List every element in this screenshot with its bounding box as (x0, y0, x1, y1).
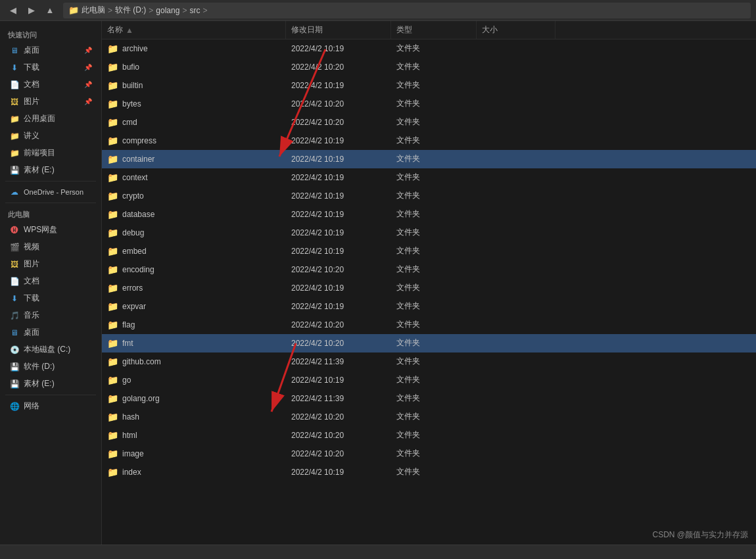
folder-icon: 📁 (107, 228, 118, 238)
sidebar-item-network[interactable]: 🌐 网络 (3, 398, 99, 414)
file-size-cell (477, 132, 555, 149)
table-row[interactable]: 📁golang.org2022/4/2 11:39文件夹 (102, 389, 756, 408)
file-name-cell: 📁compress (102, 132, 286, 149)
file-date-cell: 2022/4/2 10:19 (286, 463, 391, 481)
table-row[interactable]: 📁archive2022/4/2 10:19文件夹 (102, 39, 756, 58)
table-row[interactable]: 📁go2022/4/2 10:19文件夹 (102, 371, 756, 389)
file-name-cell: 📁debug (102, 224, 286, 241)
sidebar-item-documents[interactable]: 📄 文档 📌 (3, 76, 99, 93)
file-type-cell: 文件夹 (391, 297, 477, 315)
sidebar-item-pictures2[interactable]: 🖼 图片 (3, 256, 99, 272)
sidebar-item-downloads[interactable]: ⬇ 下载 📌 (3, 59, 99, 76)
table-row[interactable]: 📁crypto2022/4/2 10:19文件夹 (102, 187, 756, 205)
sidebar-item-drive-e[interactable]: 💾 素材 (E:) (3, 376, 99, 392)
file-date-cell: 2022/4/2 10:19 (286, 76, 391, 94)
folder-icon: 📁 (107, 191, 118, 201)
col-header-size[interactable]: 大小 (477, 21, 555, 39)
forward-button[interactable]: ▶ (24, 3, 39, 18)
table-row[interactable]: 📁index2022/4/2 10:19文件夹 (102, 463, 756, 481)
sidebar-item-materials-e[interactable]: 💾 素材 (E:) (3, 162, 99, 178)
col-header-type[interactable]: 类型 (391, 21, 477, 39)
table-row[interactable]: 📁debug2022/4/2 10:19文件夹 (102, 224, 756, 242)
file-type-cell: 文件夹 (391, 389, 477, 407)
folder-icon: 📁 (107, 467, 118, 477)
sidebar-item-desktop[interactable]: 🖥 桌面 📌 (3, 42, 99, 59)
file-date-cell: 2022/4/2 10:20 (286, 95, 391, 112)
public-desktop-icon: 📁 (9, 114, 20, 124)
file-size-cell (477, 352, 555, 370)
file-name-cell: 📁crypto (102, 187, 286, 205)
file-type-cell: 文件夹 (391, 132, 477, 149)
file-name-text: index (122, 468, 141, 477)
folder-icon: 📁 (107, 172, 118, 183)
file-size-cell (477, 426, 555, 444)
file-name-text: debug (122, 228, 144, 237)
sidebar-item-handout[interactable]: 📁 讲义 (3, 128, 99, 144)
file-name-cell: 📁html (102, 426, 286, 444)
back-button[interactable]: ◀ (5, 3, 21, 18)
pictures2-icon: 🖼 (9, 259, 20, 270)
table-row[interactable]: 📁encoding2022/4/2 10:20文件夹 (102, 260, 756, 279)
file-name-text: crypto (122, 191, 144, 201)
breadcrumb-computer: 此电脑 (82, 5, 105, 16)
table-row[interactable]: 📁github.com2022/4/2 11:39文件夹 (102, 352, 756, 371)
sidebar-item-videos[interactable]: 🎬 视频 (3, 239, 99, 255)
file-type-cell: 文件夹 (391, 352, 477, 370)
breadcrumb[interactable]: 📁 此电脑 > 软件 (D:) > golang > src > (63, 3, 751, 18)
file-name-cell: 📁index (102, 463, 286, 481)
sidebar-item-music[interactable]: 🎵 音乐 (3, 307, 99, 324)
documents2-icon: 📄 (9, 276, 20, 287)
file-size-cell (477, 445, 555, 462)
file-size-cell (477, 205, 555, 223)
file-name-text: database (122, 210, 154, 219)
sidebar-item-drive-d[interactable]: 💾 软件 (D:) (3, 358, 99, 375)
file-type-cell: 文件夹 (391, 445, 477, 462)
table-row[interactable]: 📁bytes2022/4/2 10:20文件夹 (102, 95, 756, 113)
table-row[interactable]: 📁compress2022/4/2 10:19文件夹 (102, 132, 756, 150)
file-name-cell: 📁builtin (102, 76, 286, 94)
folder-icon-breadcrumb: 📁 (68, 5, 79, 15)
file-date-cell: 2022/4/2 10:19 (286, 297, 391, 315)
file-size-cell (477, 297, 555, 315)
table-row[interactable]: 📁errors2022/4/2 10:19文件夹 (102, 279, 756, 297)
file-name-text: flag (122, 320, 135, 329)
file-name-text: archive (122, 44, 148, 53)
table-row[interactable]: 📁builtin2022/4/2 10:19文件夹 (102, 76, 756, 95)
file-name-cell: 📁golang.org (102, 389, 286, 407)
folder-icon: 📁 (107, 430, 118, 441)
sidebar-item-documents2[interactable]: 📄 文档 (3, 273, 99, 289)
sidebar-item-downloads2[interactable]: ⬇ 下载 (3, 290, 99, 306)
table-row[interactable]: 📁bufio2022/4/2 10:20文件夹 (102, 58, 756, 76)
music-icon: 🎵 (9, 310, 20, 321)
table-row[interactable]: 📁expvar2022/4/2 10:19文件夹 (102, 297, 756, 316)
sidebar-item-onedrive[interactable]: ☁ OneDrive - Person (3, 184, 99, 200)
table-row[interactable]: 📁context2022/4/2 10:19文件夹 (102, 168, 756, 187)
col-header-name[interactable]: 名称 ▲ (102, 21, 286, 39)
table-row[interactable]: 📁html2022/4/2 10:20文件夹 (102, 426, 756, 445)
sidebar-item-wps[interactable]: 🅦 WPS网盘 (3, 222, 99, 238)
sidebar-item-public-desktop[interactable]: 📁 公用桌面 (3, 110, 99, 127)
table-row[interactable]: 📁database2022/4/2 10:19文件夹 (102, 205, 756, 224)
sidebar-item-frontend[interactable]: 📁 前端项目 (3, 145, 99, 161)
sidebar-item-desktop2[interactable]: 🖥 桌面 (3, 324, 99, 341)
up-button[interactable]: ▲ (42, 3, 58, 18)
file-name-cell: 📁cmd (102, 113, 286, 131)
sidebar-item-drive-c[interactable]: 💿 本地磁盘 (C:) (3, 341, 99, 358)
file-date-cell: 2022/4/2 10:19 (286, 242, 391, 260)
col-header-date[interactable]: 修改日期 (286, 21, 391, 39)
table-row[interactable]: 📁hash2022/4/2 10:20文件夹 (102, 408, 756, 426)
file-date-cell: 2022/4/2 10:19 (286, 205, 391, 223)
table-row[interactable]: 📁container2022/4/2 10:19文件夹 (102, 150, 756, 168)
file-name-text: container (122, 155, 154, 164)
file-date-cell: 2022/4/2 10:19 (286, 224, 391, 241)
table-row[interactable]: 📁cmd2022/4/2 10:20文件夹 (102, 113, 756, 132)
file-type-cell: 文件夹 (391, 150, 477, 168)
file-type-cell: 文件夹 (391, 76, 477, 94)
sidebar-item-pictures[interactable]: 🖼 图片 📌 (3, 93, 99, 110)
table-row[interactable]: 📁fmt2022/4/2 10:20文件夹 (102, 334, 756, 352)
table-row[interactable]: 📁flag2022/4/2 10:20文件夹 (102, 316, 756, 334)
video-icon: 🎬 (9, 242, 20, 253)
table-row[interactable]: 📁image2022/4/2 10:20文件夹 (102, 445, 756, 463)
file-date-cell: 2022/4/2 10:19 (286, 187, 391, 205)
table-row[interactable]: 📁embed2022/4/2 10:19文件夹 (102, 242, 756, 260)
